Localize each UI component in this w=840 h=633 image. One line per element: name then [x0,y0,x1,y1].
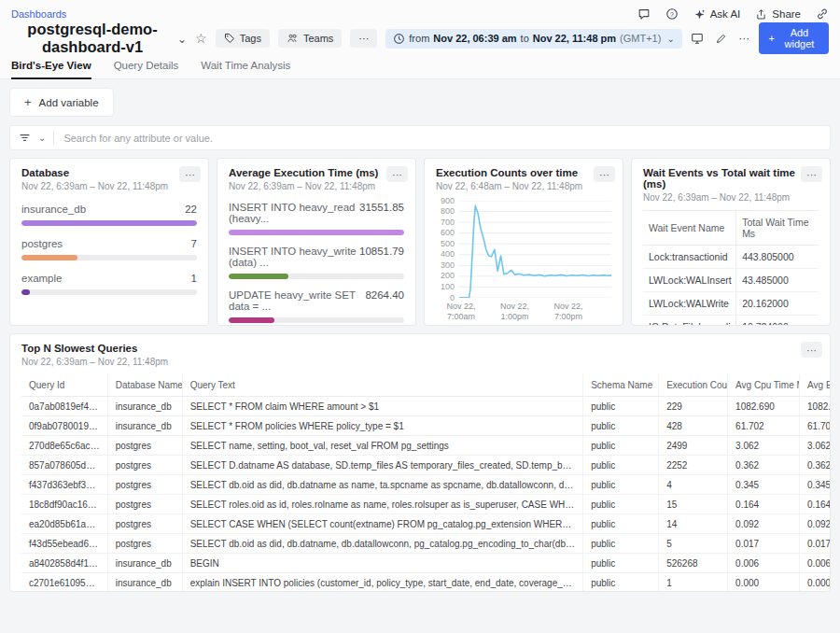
table-cell: postgres [107,436,182,456]
clock-icon [393,33,405,45]
table-cell: postgres [107,475,182,495]
table-cell: 0.345 [728,475,800,495]
table-cell: a8402858d4f1e1d2 [21,554,107,573]
table-cell: 0.000 [728,573,800,593]
bar-label: INSERT INTO heavy_read (heavy... [229,202,359,224]
title-more-button[interactable]: ··· [350,29,377,48]
table-cell: 443.805000 [736,246,819,269]
query-row[interactable]: 0a7ab0819ef46168insurance_dbSELECT * FRO… [21,397,830,416]
table-cell: SELECT * FROM claim WHERE amount > $1 [182,397,582,416]
add-variable-button[interactable]: + Add variable [9,88,114,117]
table-cell: SELECT * FROM policies WHERE policy_type… [182,416,582,436]
query-row[interactable]: 270d8e65c6ac73abpostgresSELECT name, set… [21,436,830,456]
search-input[interactable] [62,132,821,145]
table-row: LWLock:WALInsert43.485000 [643,269,819,292]
tags-button[interactable]: Tags [216,29,270,48]
teams-button[interactable]: Teams [278,29,342,48]
table-cell: insurance_db [107,416,182,436]
column-header: Avg Cpu Time Ms [728,374,800,397]
table-cell: 428 [659,416,728,436]
query-row[interactable]: 18c8df90ac167bafpostgresSELECT roles.oid… [21,495,830,514]
bar-fill [21,255,77,260]
table-cell: LWLock:WALInsert [643,269,736,292]
y-axis-label: 600 [441,229,455,237]
widget-title: Database [21,167,197,178]
table-row: IO:DataFileImmediateSync10.724000 [643,316,819,327]
widgets-row: Database Nov 22, 6:39am – Nov 22, 11:48p… [9,158,831,326]
dashboard-title[interactable]: postgresql-demo-dashboard-v1 ⌄ [11,21,187,56]
bar-label: UPDATE heavy_write SET data = ... [229,289,365,312]
table-cell: 0.017 [728,534,800,554]
bar-label: INSERT INTO heavy_write (data) ... [229,246,359,268]
widget-subtitle: Nov 22, 6:39am – Nov 22, 11:48pm [21,181,197,191]
copy-link-button[interactable] [816,7,829,21]
people-icon [287,33,299,44]
ask-ai-button[interactable]: Ask AI [693,8,741,21]
share-label: Share [772,8,801,20]
pencil-icon [715,33,727,45]
edit-button[interactable] [712,28,729,49]
bar-track [229,317,404,323]
table-cell: public [583,475,659,495]
query-row[interactable]: f437d363ebf33132postgresSELECT db.oid as… [21,475,830,495]
breadcrumb[interactable]: Dashboards [11,8,66,20]
tab-wait-time-analysis[interactable]: Wait Time Analysis [201,60,290,79]
line-series [459,205,611,298]
query-row[interactable]: c2701e610959e2b1insurance_dbexplain INSE… [21,573,830,593]
y-axis-label: 500 [441,240,455,248]
comments-button[interactable] [637,7,651,21]
table-cell: 0.000 [800,573,830,593]
table-cell: 2499 [659,436,728,456]
plus-icon: + [768,33,774,44]
bar-value: 31551.85 [359,202,404,224]
table-cell: 1 [659,573,728,593]
table-cell: SELECT roles.oid as id, roles.rolname as… [182,495,582,514]
widget-title: Top N Slowest Queries [21,343,819,354]
tab-query-details[interactable]: Query Details [114,60,179,79]
table-cell: 0a7ab0819ef46168 [21,397,107,416]
table-cell: postgres [107,495,182,514]
table-cell: 270d8e65c6ac73ab [21,436,107,456]
table-cell: public [583,534,659,554]
table-cell: LWLock:WALWrite [643,292,736,316]
chevron-down-icon: ⌄ [177,33,187,46]
table-cell: public [583,514,659,534]
help-button[interactable]: ? [665,7,679,21]
widget-menu-button[interactable]: ··· [179,166,201,182]
widget-menu-button[interactable]: ··· [801,342,822,358]
share-button[interactable]: Share [755,8,801,21]
svg-text:?: ? [670,11,674,18]
widget-menu-button[interactable]: ··· [386,166,408,182]
fullscreen-button[interactable] [689,28,706,49]
bar-value: 8264.40 [365,289,404,312]
widget-menu-button[interactable]: ··· [594,166,615,182]
table-header-row: Query IdDatabase NameQuery TextSchema Na… [21,374,830,397]
tab-birds-eye-view[interactable]: Bird's-Eye View [11,60,91,79]
table-cell: 14 [659,514,728,534]
star-icon: ☆ [195,31,207,46]
more-icon: ··· [738,32,749,45]
query-row[interactable]: a8402858d4f1e1d2insurance_dbBEGINpublic5… [21,554,830,573]
bar-track [21,220,197,226]
bar-track [21,289,197,295]
wait-events-widget: Wait Events vs Total wait time (ms) Nov … [631,158,831,326]
favorite-star-button[interactable]: ☆ [195,32,207,45]
query-row[interactable]: f43d55ebead6b46apostgresSELECT db.oid as… [21,534,830,554]
query-row[interactable]: ea20d85b61a6f9aapostgresSELECT CASE WHEN… [21,514,830,534]
table-cell: public [583,416,659,436]
x-axis: Nov 22, 7:00amNov 22, 1:00pmNov 22, 7:00… [459,302,611,324]
table-cell: postgres [107,456,182,475]
query-row[interactable]: 857a078605d04fa0postgresSELECT D.datname… [21,456,830,475]
time-range-picker[interactable]: from Nov 22, 06:39 am to Nov 22, 11:48 p… [385,29,681,49]
y-axis-label: 300 [441,261,455,270]
query-row[interactable]: 0f9ab0780019695einsurance_dbSELECT * FRO… [21,416,830,436]
table-row: LWLock:WALWrite20.162000 [643,292,819,316]
table-cell: 4 [659,475,728,495]
header-more-button[interactable]: ··· [735,28,752,49]
table-cell: 0.092 [728,514,800,534]
table-cell: ea20d85b61a6f9aa [21,514,107,534]
teams-label: Teams [303,33,333,44]
widget-menu-button[interactable]: ··· [801,166,822,182]
table-cell: 0.006 [728,554,800,573]
add-widget-button[interactable]: + Add widget [759,22,829,54]
